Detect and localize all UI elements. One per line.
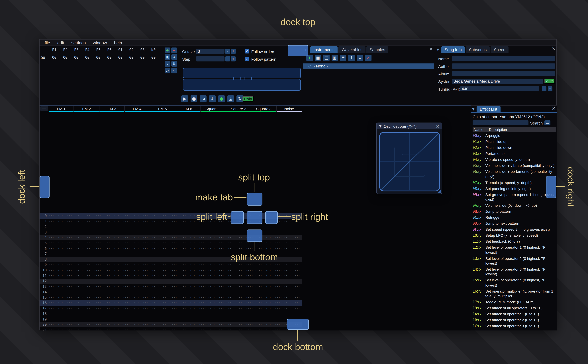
resize-grip[interactable] [437, 189, 441, 193]
close-icon[interactable] [551, 106, 556, 111]
pattern-cell[interactable]: ··· ·· ·· ···· [74, 263, 99, 266]
order-cell[interactable]: 00 [71, 55, 82, 59]
octave-input[interactable] [196, 49, 225, 54]
pattern-cell[interactable]: ··· ·· ·· ···· [277, 241, 302, 245]
pattern-cell[interactable]: ··· ·· ·· ···· [125, 258, 150, 261]
pattern-cell[interactable]: ··· ·· ·· ···· [251, 306, 277, 310]
tab[interactable]: Samples [366, 46, 388, 53]
pattern-cell[interactable]: ··· ·· ·· ···· [201, 236, 226, 239]
pattern-cell[interactable]: ··· ·· ·· ···· [150, 263, 175, 266]
pattern-cell[interactable]: ··· ·· ·· ···· [49, 279, 74, 283]
step-row-button[interactable]: ⇥ [200, 95, 206, 102]
pattern-cell[interactable]: ··· ·· ·· ···· [175, 258, 201, 261]
dock-target-bottom[interactable] [287, 319, 309, 330]
pattern-cell[interactable]: ··· ·· ·· ···· [125, 252, 150, 256]
pattern-cell[interactable]: ··· ·· ·· ···· [125, 236, 150, 239]
pattern-cell[interactable]: ··· ·· ·· ···· [251, 268, 277, 272]
pattern-cell[interactable]: ··· ·· ·· ···· [74, 230, 99, 234]
pattern-row[interactable]: 12 ··· ·· ·· ···· ··· ·· ·· ···· ··· ·· … [40, 279, 302, 284]
effect-row[interactable]: 07xy Tremolo (x: speed; y: depth) [473, 180, 556, 186]
pattern-cell[interactable]: ··· ·· ·· ···· [175, 241, 201, 245]
pattern-cell[interactable]: ··· ·· ·· ···· [277, 247, 302, 250]
pattern-cell[interactable]: ··· ·· ·· ···· [175, 230, 201, 234]
channel-header[interactable]: FM 3 [99, 106, 125, 112]
pattern-cell[interactable]: ··· ·· ·· ···· [150, 274, 175, 278]
pattern-cell[interactable]: ··· ·· ·· ···· [125, 306, 150, 310]
effect-row[interactable]: 02xx Pitch slide down [473, 145, 556, 151]
pattern-cell[interactable]: ··· ·· ·· ···· [74, 312, 99, 316]
pattern-cell[interactable]: ··· ·· ·· ···· [99, 290, 125, 294]
effect-row[interactable]: 19xx Set attack of all operators (0 to 1… [473, 305, 556, 311]
pattern-cell[interactable]: ··· ·· ·· ···· [74, 236, 99, 239]
pattern-cell[interactable]: ··· ·· ·· ···· [125, 220, 150, 223]
pattern-cell[interactable]: ··· ·· ·· ···· [49, 241, 74, 245]
pattern-cell[interactable]: ··· ·· ·· ···· [175, 312, 201, 316]
order-row-values[interactable]: 00000000000000000000 [49, 55, 159, 59]
pattern-cell[interactable]: ··· ·· ·· ···· [125, 268, 150, 272]
instrument-duplicate-button[interactable]: ▣ [315, 55, 321, 61]
channel-header[interactable]: Square 2 [226, 106, 251, 112]
pattern-cell[interactable]: ··· ·· ·· ···· [74, 220, 99, 223]
pattern-cell[interactable]: ··· ·· ·· ···· [99, 328, 125, 331]
tuning-input[interactable] [460, 86, 539, 91]
tab[interactable]: Wavetables [338, 46, 366, 53]
pattern-cell[interactable]: ··· ·· ·· ···· [49, 318, 74, 321]
pattern-cell[interactable]: ··· ·· ·· ···· [251, 318, 277, 321]
order-edit-mode-button[interactable]: ↖ [171, 68, 177, 73]
pattern-row[interactable]: 6 ··· ·· ·· ···· ··· ·· ·· ···· ··· ·· ·… [40, 246, 302, 251]
order-move-up-button[interactable]: ∧ [171, 54, 177, 60]
pattern-cell[interactable]: ··· ·· ·· ···· [251, 225, 277, 228]
pattern-cell[interactable]: ··· ·· ·· ···· [201, 252, 226, 256]
effect-row[interactable]: 06xy Volume slide + portamento (compatib… [473, 169, 556, 180]
pattern-cell[interactable]: ··· ·· ·· ···· [201, 306, 226, 310]
pattern-cell[interactable]: ··· ·· ·· ···· [99, 296, 125, 299]
pattern-cell[interactable]: ··· ·· ·· ···· [251, 285, 277, 288]
pattern-cell[interactable]: ··· ·· ·· ···· [251, 290, 277, 294]
order-cell[interactable]: 00 [115, 55, 126, 59]
pattern-cell[interactable]: ··· ·· ·· ···· [74, 296, 99, 299]
pattern-cell[interactable]: ··· ·· ·· ···· [49, 285, 74, 288]
pattern-cell[interactable]: ··· ·· ·· ···· [49, 296, 74, 299]
tab[interactable]: Speed [491, 46, 509, 53]
pattern-row[interactable]: 2 ··· ·· ·· ···· ··· ·· ·· ···· ··· ·· ·… [40, 224, 302, 229]
pattern-cell[interactable]: ··· ·· ·· ···· [74, 274, 99, 278]
pattern-cell[interactable]: ··· ·· ·· ···· [74, 268, 99, 272]
song-name-input[interactable] [452, 56, 555, 61]
order-move-down-button[interactable]: ∨ [165, 61, 170, 67]
pattern-cell[interactable]: ··· ·· ·· ···· [125, 214, 150, 218]
pattern-cell[interactable]: ··· ·· ·· ···· [175, 301, 201, 305]
channel-header[interactable]: FM 1 [49, 106, 74, 112]
channel-header[interactable]: Noise [277, 106, 302, 112]
pattern-cell[interactable]: ··· ·· ·· ···· [99, 268, 125, 272]
pattern-cell[interactable]: ··· ·· ·· ···· [175, 285, 201, 288]
menu-item[interactable]: edit [54, 39, 68, 46]
pattern-cell[interactable]: ··· ·· ·· ···· [226, 301, 251, 305]
pattern-cell[interactable]: ··· ·· ·· ···· [74, 328, 99, 331]
pattern-cell[interactable]: ··· ·· ·· ···· [175, 279, 201, 283]
pattern-cell[interactable]: ··· ·· ·· ···· [74, 247, 99, 250]
pattern-cell[interactable]: ··· ·· ·· ···· [99, 247, 125, 250]
effect-row[interactable]: 0Axy Volume slide (0y: down; x0: up) [473, 203, 556, 209]
pattern-cell[interactable]: ··· ·· ·· ···· [201, 318, 226, 321]
order-cell[interactable]: 00 [49, 55, 60, 59]
pattern-row[interactable]: 15 ··· ·· ·· ···· ··· ·· ·· ···· ··· ·· … [40, 295, 302, 300]
pattern-cell[interactable]: ··· ·· ·· ···· [251, 247, 277, 250]
pattern-cell[interactable]: ··· ·· ·· ···· [49, 214, 74, 218]
split-target-right[interactable] [265, 211, 278, 224]
pattern-cell[interactable]: ··· ·· ·· ···· [99, 306, 125, 310]
effect-row[interactable]: 0Dxx Jump to next pattern [473, 221, 556, 227]
pattern-cell[interactable]: ··· ·· ·· ···· [49, 236, 74, 239]
order-duplicate-button[interactable]: ▣ [165, 54, 170, 60]
pattern-cell[interactable]: ··· ·· ·· ···· [150, 318, 175, 321]
effect-row[interactable]: 05xy Volume slide + vibrato (compatibili… [473, 163, 556, 169]
effect-row[interactable]: 09xx Set groove pattern (speed 1 if no g… [473, 192, 556, 203]
pattern-cell[interactable]: ··· ·· ·· ···· [49, 312, 74, 316]
pattern-row[interactable]: 14 ··· ·· ·· ···· ··· ·· ·· ···· ··· ·· … [40, 289, 302, 295]
pattern-cell[interactable]: ··· ·· ·· ···· [226, 323, 251, 326]
split-target-bottom[interactable] [247, 229, 262, 242]
pattern-cell[interactable]: ··· ·· ·· ···· [175, 225, 201, 228]
effect-list-menu-icon[interactable] [544, 120, 550, 125]
pattern-cell[interactable]: ··· ·· ·· ···· [175, 323, 201, 326]
pattern-cell[interactable]: ··· ·· ·· ···· [125, 241, 150, 245]
pattern-cell[interactable]: ··· ·· ·· ···· [150, 268, 175, 272]
